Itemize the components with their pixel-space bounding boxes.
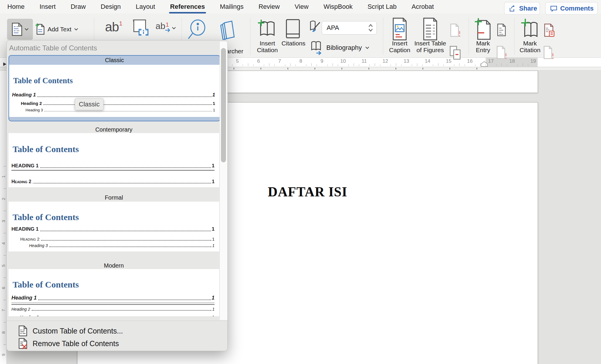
insert-table-of-authorities-icon[interactable] [544,23,556,38]
footnote-superscript: 1 [119,21,122,26]
comment-bubble-icon [550,5,558,12]
preview-toc-entry: Heading 11 [11,226,215,232]
ruler-number: 3 [1,218,6,224]
menu-tab-wispbook[interactable]: WispBook [323,1,353,12]
menu-tab-acrobat[interactable]: Acrobat [411,1,435,12]
next-footnote-button[interactable]: ab 1 [156,22,176,32]
group-divider [469,18,469,55]
ruler-number: 11 [358,58,370,64]
preview-toc-entry: Heading 21 [21,101,215,106]
toc-style-preview: Table of ContentsHeading 11Heading 21Hea… [9,133,219,187]
toc-style-formal[interactable]: FormalTable of ContentsHeading 11Heading… [9,194,219,251]
citation-style-value: APA [327,24,368,32]
mark-citation-label[interactable]: Mark Citation [518,40,542,53]
preview-toc-entry: Heading 31 [20,315,215,316]
add-text-button[interactable]: Add Text [35,19,78,40]
add-text-icon [35,23,45,35]
mark-entry-button[interactable] [474,18,492,40]
stepper-icon[interactable] [368,24,373,32]
menu-tab-references[interactable]: References [170,1,206,12]
ruler-number: 14 [422,58,433,64]
chevron-down-icon [365,47,369,49]
toc-style-preview: Table of ContentsHeading 11Heading 21Hea… [9,269,219,316]
share-button[interactable]: Share [504,2,540,15]
toc-style-preview: Table of ContentsHeading 11Heading 21Hea… [9,202,219,251]
table-of-contents-icon [12,23,22,36]
mark-entry-label[interactable]: Mark Entry [473,40,493,53]
scrollbar-thumb[interactable] [221,48,226,162]
tooltip: Classic [75,98,104,110]
group-divider [250,18,250,55]
preview-toc-entry: Heading 21 [11,179,215,184]
researcher-button[interactable] [220,21,235,40]
toc-style-contemporary[interactable]: ContemporaryTable of ContentsHeading 11H… [9,126,219,187]
bibliography-button[interactable]: Bibliography [310,40,369,55]
add-text-label: Add Text [48,26,71,33]
share-icon [509,5,516,12]
menu-tab-view[interactable]: View [294,1,309,12]
group-divider [383,18,383,55]
remove-table-of-contents-item[interactable]: Remove Table of Contents [18,338,119,349]
ruler-number: 2 [1,196,6,202]
menu-tab-layout[interactable]: Layout [135,1,156,12]
insert-table-of-figures-label[interactable]: Insert Table of Figures [412,40,449,53]
toc-gallery-dropdown: Automatic Table of Contents ClassicTable… [6,40,228,351]
menu-tab-mailings[interactable]: Mailings [219,1,244,12]
ruler-number: 6 [253,58,264,64]
comments-button[interactable]: Comments [545,2,598,15]
preview-toc-title: Table of Contents [13,76,215,85]
citations-label[interactable]: Citations [279,40,308,47]
menu-tab-insert[interactable]: Insert [39,1,56,12]
preview-toc-entry: Heading 31 [11,186,215,187]
insert-citation-button[interactable] [257,19,278,39]
mark-citation-button[interactable] [521,18,539,39]
vertical-ruler: 123456789 [0,71,7,364]
share-label: Share [519,5,537,12]
bibliography-label: Bibliography [326,44,362,52]
chevron-down-icon [25,28,28,30]
preview-toc-title: Table of Contents [13,144,215,154]
ruler-number: 19 [527,58,539,64]
remove-toc-label: Remove Table of Contents [33,339,119,348]
toc-gallery-title: Automatic Table of Contents [9,44,97,52]
preview-toc-title: Table of Contents [13,280,215,290]
cross-reference-icon[interactable] [450,46,462,60]
toc-style-classic[interactable]: ClassicTable of ContentsHeading 11Headin… [9,55,220,121]
menu-tab-script-lab[interactable]: Script Lab [367,1,397,12]
bibliography-icon [310,40,323,55]
insert-table-of-figures-button[interactable] [423,18,438,40]
insert-caption-label[interactable]: Insert Caption [385,40,414,53]
preview-toc-entry: Heading 11 [12,92,215,98]
menu-tab-design[interactable]: Design [100,1,121,12]
custom-toc-icon [18,325,27,336]
scrollbar-track[interactable] [220,42,227,320]
insert-endnote-button[interactable] [133,19,149,36]
ruler-number: 8 [1,329,6,336]
group-divider [514,18,515,55]
table-of-contents-button[interactable] [7,19,33,40]
citations-button[interactable] [284,19,302,39]
ruler-number: 6 [1,285,6,291]
footnote-ab-glyph: ab [105,21,119,33]
ruler-number: 5 [1,263,6,269]
citation-style-select[interactable]: APA [322,21,377,35]
footnote-ab-glyph: ab [156,22,165,30]
menu-tab-review[interactable]: Review [258,1,280,12]
ruler-number: 13 [401,58,412,64]
insert-footnote-button[interactable]: ab 1 [105,21,122,33]
custom-table-of-contents-item[interactable]: Custom Table of Contents... [18,325,123,336]
insert-citation-label[interactable]: Insert Citation [252,40,283,53]
insert-index-icon[interactable] [497,23,507,37]
preview-toc-entry: Heading 11 [11,295,215,301]
menu-bar: HomeInsertDrawDesignLayoutReferencesMail… [0,0,601,13]
preview-toc-entry: Heading 21 [20,237,215,241]
footnote-superscript: 1 [166,22,169,28]
ruler-number: 5 [232,58,243,64]
ruler-number: 17 [485,58,497,64]
menu-tab-draw[interactable]: Draw [70,1,86,12]
menu-tab-home[interactable]: Home [7,1,25,12]
preview-toc-entry: Heading 31 [26,108,215,112]
menu-separator [7,321,228,321]
insert-caption-button[interactable] [392,18,407,40]
toc-style-modern[interactable]: ModernTable of ContentsHeading 11Heading… [9,262,219,316]
